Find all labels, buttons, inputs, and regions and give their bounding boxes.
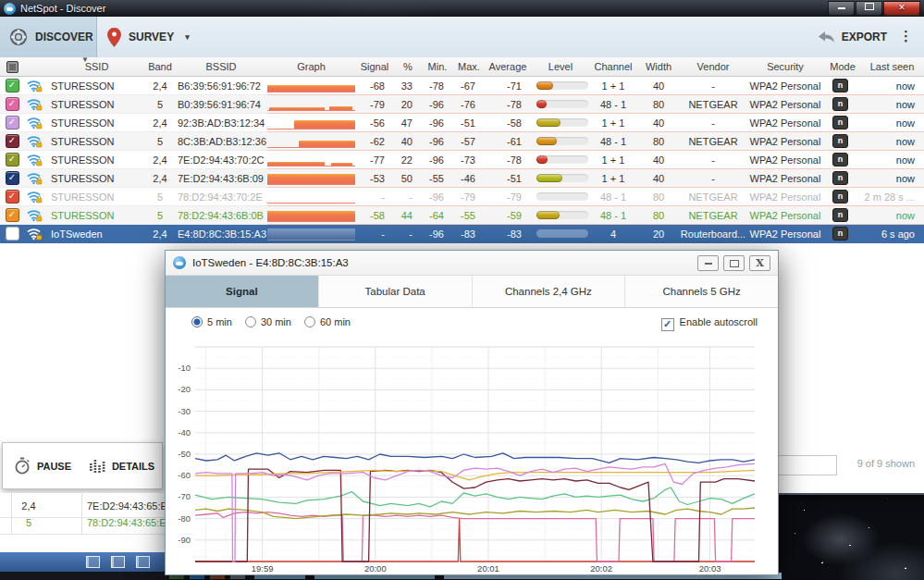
- column-header-min-[interactable]: Min.: [422, 57, 453, 76]
- table-row[interactable]: ✓ STURESSON578:D2:94:43:70:2E---96-79-79…: [0, 188, 924, 206]
- radio-5-min[interactable]: 5 min: [191, 316, 245, 327]
- window-maximize-button[interactable]: [856, 1, 882, 16]
- cell-signal: -: [355, 188, 394, 206]
- survey-statusbar: [0, 552, 165, 572]
- dialog-minimize-button[interactable]: [697, 255, 719, 271]
- column-header--[interactable]: %: [394, 57, 422, 76]
- details-label: DETAILS: [112, 461, 154, 472]
- svg-text:20:00: 20:00: [364, 563, 387, 574]
- table-row[interactable]: ✓ STURESSON2,47E:D2:94:43:6B:09-5350-55-…: [0, 169, 924, 188]
- discover-radar-icon: [9, 28, 28, 46]
- table-row[interactable]: IoTSweden2,4E4:8D:8C:3B:15:A3---96-83-83…: [0, 225, 924, 243]
- cell-max: -55: [453, 206, 485, 225]
- background-table-row[interactable]: 578:D2:94:43:65:E8: [0, 517, 165, 535]
- column-header-bssid[interactable]: BSSID: [175, 57, 267, 76]
- cell-band: 5: [145, 132, 175, 151]
- filter-input[interactable]: [769, 455, 837, 475]
- cell-signal: -68: [355, 77, 394, 95]
- column-header-max-[interactable]: Max.: [453, 57, 485, 76]
- cell-graph-sparkline: [267, 206, 355, 225]
- table-row[interactable]: ✓ STURESSON2,4B6:39:56:91:96:72-6833-78-…: [0, 77, 924, 95]
- column-header-security[interactable]: Security: [745, 57, 825, 76]
- radio-60-min[interactable]: 60 min: [304, 316, 363, 327]
- book-icon[interactable]: [86, 556, 100, 568]
- pause-button[interactable]: PAUSE: [3, 443, 82, 488]
- dialog-tabs: SignalTabular DataChannels 2,4 GHzChanne…: [166, 276, 778, 308]
- cell-width: 40: [636, 151, 681, 169]
- cell-width: 80: [636, 206, 681, 225]
- row-checkbox[interactable]: ✓: [6, 171, 19, 185]
- row-checkbox[interactable]: [6, 227, 19, 241]
- column-header-channel[interactable]: Channel: [590, 57, 636, 76]
- table-row[interactable]: ✓ STURESSON2,492:3B:AD:B3:12:34-5647-96-…: [0, 114, 924, 132]
- cell-width: 40: [636, 114, 681, 132]
- cell-channel: 48 - 1: [590, 188, 636, 206]
- table-row[interactable]: ✓ STURESSON578:D2:94:43:6B:0B-5844-64-55…: [0, 206, 924, 225]
- dialog-close-button[interactable]: X: [749, 255, 770, 271]
- details-button[interactable]: DETAILS: [82, 443, 162, 488]
- cell-max: -73: [453, 151, 485, 169]
- column-header-mode[interactable]: Mode: [825, 57, 860, 76]
- column-header-width[interactable]: Width: [636, 57, 681, 76]
- dialog-tab-tabular-data[interactable]: Tabular Data: [319, 276, 473, 307]
- row-checkbox[interactable]: ✓: [6, 116, 19, 130]
- tab-survey[interactable]: SURVEY ▾: [98, 17, 204, 57]
- cell-level-bar: [531, 132, 590, 151]
- radio-button-icon[interactable]: [304, 316, 315, 327]
- cell-band: 5: [145, 95, 175, 114]
- cell-security: WPA2 Personal: [745, 206, 825, 225]
- column-header-ssid[interactable]: SSID: [48, 57, 145, 76]
- cell-vendor: -: [681, 77, 745, 95]
- column-header-level[interactable]: Level: [531, 57, 590, 76]
- cell-signal: -53: [355, 169, 394, 188]
- row-checkbox[interactable]: ✓: [6, 153, 19, 167]
- os-titlebar: NetSpot - Discover ✕: [0, 0, 924, 17]
- cell-vendor: -: [681, 169, 745, 188]
- dialog-tab-channels-5-ghz[interactable]: Channels 5 GHz: [625, 276, 778, 307]
- radio-30-min[interactable]: 30 min: [245, 316, 304, 327]
- column-header-signal[interactable]: Signal: [355, 57, 394, 76]
- table-gear-icon[interactable]: [136, 556, 150, 568]
- cell-level-bar: [531, 77, 590, 95]
- window-close-button[interactable]: ✕: [883, 1, 920, 16]
- select-all-checkbox[interactable]: [6, 61, 18, 73]
- table-row[interactable]: ✓ STURESSON5B0:39:56:91:96:74-7920-96-76…: [0, 95, 924, 114]
- autoscroll-control[interactable]: ✓Enable autoscroll: [661, 316, 758, 331]
- row-checkbox[interactable]: ✓: [6, 190, 19, 204]
- dialog-tab-channels-2-4-ghz[interactable]: Channels 2,4 GHz: [473, 276, 626, 307]
- table-row[interactable]: ✓ STURESSON2,47E:D2:94:43:70:2C-7722-96-…: [0, 151, 924, 169]
- export-button[interactable]: EXPORT: [818, 17, 887, 57]
- cell-width: 80: [636, 188, 681, 206]
- table-row[interactable]: ✓ STURESSON58C:3B:AD:B3:12:36-6240-96-57…: [0, 132, 924, 151]
- row-checkbox[interactable]: ✓: [6, 79, 19, 93]
- cell-band: 2,4: [145, 225, 175, 243]
- column-header-band[interactable]: Band: [145, 57, 175, 76]
- autoscroll-checkbox[interactable]: ✓: [661, 318, 674, 331]
- row-checkbox[interactable]: ✓: [6, 208, 19, 222]
- dialog-maximize-button[interactable]: [723, 255, 745, 271]
- signal-chart-svg: -10-20-30-40-50-60-70-80-9019:5920:0020:…: [166, 339, 778, 576]
- discover-label: DISCOVER: [35, 31, 93, 43]
- equalizer-icon: [90, 458, 105, 474]
- survey-caret-icon[interactable]: ▾: [185, 32, 190, 42]
- svg-text:-60: -60: [178, 470, 191, 480]
- cell-percent: 40: [394, 132, 422, 151]
- radio-button-icon[interactable]: [245, 316, 256, 327]
- cell-vendor: -: [681, 114, 745, 132]
- overflow-menu-icon[interactable]: ⋮: [899, 28, 913, 44]
- tab-discover[interactable]: DISCOVER: [0, 17, 97, 57]
- column-header-vendor[interactable]: Vendor: [681, 57, 745, 76]
- window-minimize-button[interactable]: [828, 1, 855, 16]
- column-header-average[interactable]: Average: [485, 57, 531, 76]
- dialog-tab-signal[interactable]: Signal: [166, 276, 319, 307]
- column-header-last-seen[interactable]: Last seen: [860, 57, 924, 76]
- cell-mode: n: [825, 77, 860, 95]
- row-checkbox[interactable]: ✓: [6, 134, 19, 148]
- radio-button-icon[interactable]: [191, 316, 203, 327]
- cell-min: -55: [422, 169, 453, 188]
- row-checkbox[interactable]: ✓: [6, 97, 19, 111]
- grid-icon[interactable]: [111, 556, 125, 568]
- wifi-lock-icon: [27, 116, 43, 130]
- column-header-graph[interactable]: Graph: [267, 57, 355, 76]
- background-table-row[interactable]: 2,47E:D2:94:43:65:E6: [0, 500, 165, 518]
